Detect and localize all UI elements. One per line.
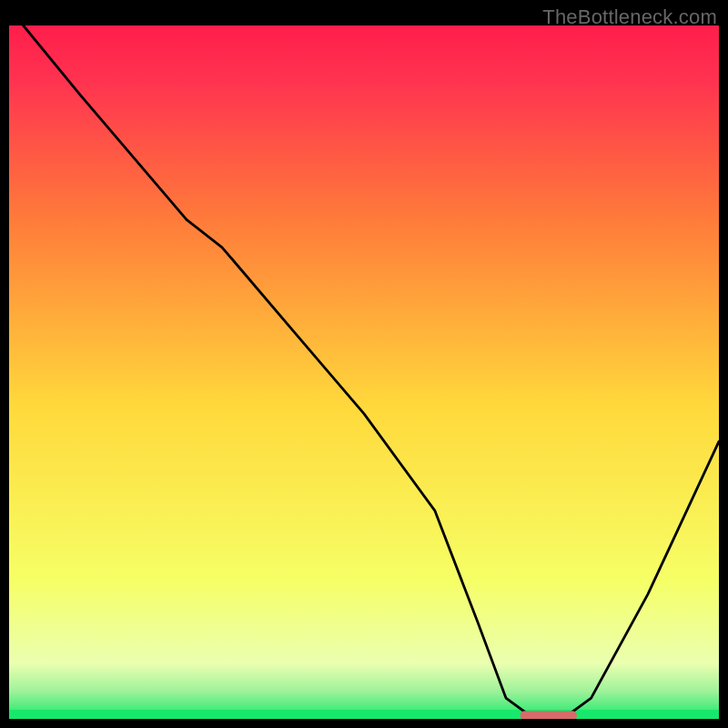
- gradient-background: [9, 25, 719, 719]
- chart-plot: [9, 25, 719, 719]
- baseline-green-band: [9, 710, 719, 719]
- chart-frame: [9, 25, 719, 719]
- watermark-label: TheBottleneck.com: [542, 5, 717, 29]
- optimal-range-marker: [521, 711, 577, 719]
